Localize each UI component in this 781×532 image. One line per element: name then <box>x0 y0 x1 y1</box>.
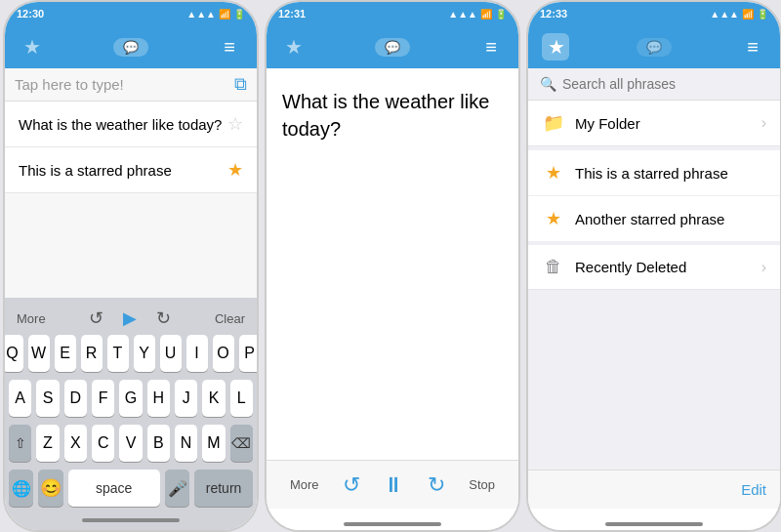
replay-icon[interactable]: ↺ <box>89 307 103 329</box>
key-q[interactable]: Q <box>3 335 23 372</box>
key-c[interactable]: C <box>92 425 114 462</box>
key-s[interactable]: S <box>36 380 59 417</box>
key-v[interactable]: V <box>119 425 142 462</box>
replay-icon-2[interactable]: ↺ <box>343 472 360 498</box>
starred-item-1[interactable]: ★ This is a starred phrase <box>528 150 780 195</box>
key-z[interactable]: Z <box>36 425 59 462</box>
key-m[interactable]: M <box>202 425 225 462</box>
key-a[interactable]: A <box>9 380 31 417</box>
recently-deleted-item[interactable]: 🗑 Recently Deleted › <box>528 245 780 290</box>
emoji-key[interactable]: 😊 <box>38 470 62 507</box>
folder-item[interactable]: 📁 My Folder › <box>528 101 780 146</box>
return-key[interactable]: return <box>194 470 253 507</box>
key-e[interactable]: E <box>55 335 76 372</box>
phrase-text-1: What is the weather like today? <box>19 116 222 133</box>
key-d[interactable]: D <box>64 380 87 417</box>
copy-icon[interactable]: ⧉ <box>234 74 247 95</box>
starred-item-2[interactable]: ★ Another starred phrase <box>528 196 780 241</box>
key-f[interactable]: F <box>92 380 114 417</box>
kb-row-2: A S D F G H J K L <box>9 380 253 417</box>
stop-button[interactable]: Stop <box>469 477 495 492</box>
chat-icon-2[interactable]: 💬 <box>375 38 410 57</box>
key-j[interactable]: J <box>175 380 197 417</box>
shift-key[interactable]: ⇧ <box>9 425 31 462</box>
nav-bar-1: ★ 💬 ≡ <box>5 25 257 68</box>
nav-bar-2: ★ 💬 ≡ <box>267 25 518 68</box>
wifi-icon-2: 📶 <box>480 9 492 20</box>
key-y[interactable]: Y <box>134 335 155 372</box>
home-indicator-2 <box>344 522 441 526</box>
key-t[interactable]: T <box>107 335 129 372</box>
menu-icon-3[interactable]: ≡ <box>739 36 766 59</box>
globe-key[interactable]: 🌐 <box>9 470 33 507</box>
play-icon[interactable]: ▶ <box>123 307 137 329</box>
trash-icon: 🗑 <box>542 257 565 277</box>
forward-icon-2[interactable]: ↻ <box>428 472 445 498</box>
nav-center-3: 💬 <box>637 38 672 57</box>
nav-center-2: 💬 <box>375 38 410 57</box>
nav-bar-3: ★ 💬 ≡ <box>528 25 780 68</box>
status-bar-3: 12:33 ▲▲▲ 📶 🔋 <box>528 2 780 25</box>
menu-icon-2[interactable]: ≡ <box>477 36 505 59</box>
search-input[interactable] <box>562 76 768 92</box>
mic-key[interactable]: 🎤 <box>165 470 189 507</box>
star-nav-icon-1[interactable]: ★ <box>19 35 46 59</box>
time-2: 12:31 <box>278 8 306 20</box>
battery-icon-3: 🔋 <box>757 9 768 20</box>
star-nav-icon-3[interactable]: ★ <box>542 33 569 61</box>
forward-icon[interactable]: ↻ <box>156 307 171 329</box>
home-indicator-3 <box>605 522 703 526</box>
phone2: 12:31 ▲▲▲ 📶 🔋 ★ 💬 ≡ What is the weather … <box>265 0 520 532</box>
key-l[interactable]: L <box>230 380 253 417</box>
kb-row-4: 🌐 😊 space 🎤 return <box>9 470 253 507</box>
star-icon-2[interactable]: ★ <box>227 159 243 181</box>
home-bar-1 <box>9 507 253 526</box>
toolbar-icons: ↺ ▶ ↻ <box>89 307 171 329</box>
delete-key[interactable]: ⌫ <box>230 425 253 462</box>
recently-deleted-text: Recently Deleted <box>575 259 752 275</box>
status-bar-2: 12:31 ▲▲▲ 📶 🔋 <box>267 2 518 25</box>
key-i[interactable]: I <box>186 335 208 372</box>
key-g[interactable]: G <box>119 380 142 417</box>
clear-button[interactable]: Clear <box>215 311 245 326</box>
status-bar-1: 12:30 ▲▲▲ 📶 🔋 <box>5 2 257 25</box>
edit-button[interactable]: Edit <box>741 481 766 498</box>
menu-icon-1[interactable]: ≡ <box>216 36 243 59</box>
library-list: 📁 My Folder › ★ This is a starred phrase… <box>528 101 780 470</box>
chat-icon-3[interactable]: 💬 <box>637 38 672 57</box>
phrase-item-2[interactable]: This is a starred phrase ★ <box>5 147 257 193</box>
speech-text: What is the weather like today? <box>282 88 503 143</box>
pause-icon[interactable]: ⏸ <box>383 472 404 498</box>
key-x[interactable]: X <box>64 425 87 462</box>
folder-icon: 📁 <box>542 112 565 134</box>
more-button[interactable]: More <box>17 311 46 326</box>
key-r[interactable]: R <box>81 335 103 372</box>
kb-row-1: Q W E R T Y U I O P <box>9 335 253 372</box>
search-bar[interactable]: 🔍 <box>528 68 780 101</box>
phrase-list: What is the weather like today? ☆ This i… <box>5 102 257 298</box>
star-icon-lib-2: ★ <box>542 208 565 229</box>
key-u[interactable]: U <box>160 335 182 372</box>
space-key[interactable]: space <box>68 470 160 507</box>
library-footer: Edit <box>528 470 780 509</box>
phrase-input-bar[interactable]: Tap here to type! ⧉ <box>5 68 257 102</box>
key-k[interactable]: K <box>202 380 225 417</box>
more-button-2[interactable]: More <box>290 477 319 492</box>
speech-toolbar: More ↺ ⏸ ↻ Stop <box>267 460 518 509</box>
phrase-item-1[interactable]: What is the weather like today? ☆ <box>5 102 257 147</box>
star-nav-icon-2[interactable]: ★ <box>280 35 308 59</box>
wifi-icon: 📶 <box>219 9 230 20</box>
key-h[interactable]: H <box>147 380 170 417</box>
keyboard-area: More ↺ ▶ ↻ Clear Q W E R T Y U I O P <box>5 298 257 530</box>
star-icon-1[interactable]: ☆ <box>227 113 243 135</box>
key-b[interactable]: B <box>147 425 170 462</box>
key-p[interactable]: P <box>239 335 260 372</box>
battery-icon: 🔋 <box>233 9 245 20</box>
key-n[interactable]: N <box>175 425 197 462</box>
key-w[interactable]: W <box>28 335 50 372</box>
time-3: 12:33 <box>540 8 567 20</box>
key-o[interactable]: O <box>213 335 234 372</box>
keyboard-rows: Q W E R T Y U I O P A S D F G H J K <box>9 335 253 507</box>
chat-icon-1[interactable]: 💬 <box>113 38 148 57</box>
home-indicator-1 <box>82 518 180 522</box>
